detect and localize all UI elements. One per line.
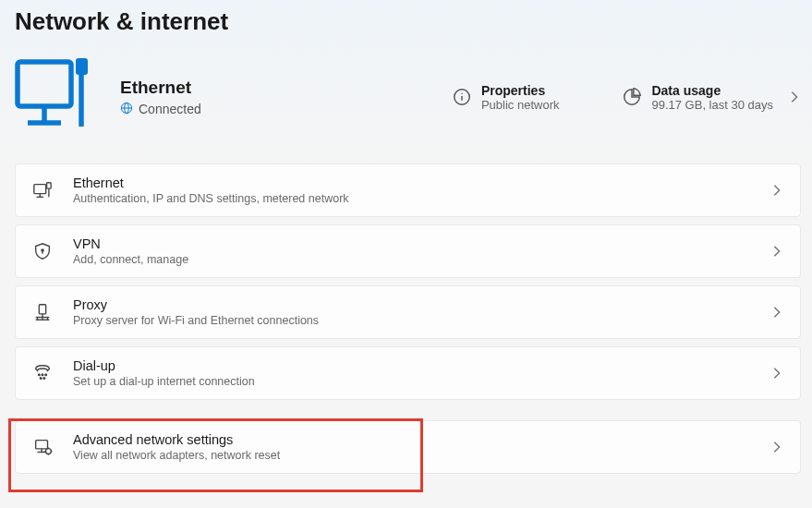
globe-icon — [120, 102, 133, 117]
chevron-right-icon — [770, 306, 783, 319]
row-title: Advanced network settings — [73, 432, 750, 447]
svg-rect-30 — [36, 441, 48, 449]
svg-point-10 — [461, 93, 462, 94]
data-usage-sub: 99.17 GB, last 30 days — [651, 98, 773, 112]
dialup-icon — [32, 363, 53, 383]
svg-point-16 — [42, 249, 43, 251]
svg-rect-18 — [39, 305, 45, 314]
properties-sub: Public network — [481, 98, 560, 112]
pie-icon — [622, 87, 642, 107]
row-sub: Add, connect, manage — [73, 253, 750, 266]
page-title: Network & internet — [15, 7, 801, 36]
row-sub: View all network adapters, network reset — [73, 449, 750, 462]
properties-link[interactable]: Properties Public network — [452, 83, 560, 112]
svg-point-33 — [45, 449, 51, 454]
svg-rect-14 — [47, 183, 52, 188]
properties-label: Properties — [481, 83, 560, 98]
chevron-right-icon — [770, 184, 783, 197]
ethernet-icon — [32, 180, 53, 200]
chevron-right-icon — [770, 245, 783, 258]
row-proxy[interactable]: Proxy Proxy server for Wi-Fi and Etherne… — [15, 285, 801, 339]
connection-status: Connected — [139, 102, 201, 116]
row-ethernet[interactable]: Ethernet Authentication, IP and DNS sett… — [15, 163, 801, 217]
proxy-icon — [32, 302, 53, 322]
svg-point-29 — [43, 378, 45, 380]
row-sub: Authentication, IP and DNS settings, met… — [73, 192, 750, 205]
data-usage-link[interactable]: Data usage 99.17 GB, last 30 days — [622, 83, 801, 112]
ethernet-monitor-icon — [15, 56, 91, 138]
row-advanced-network[interactable]: Advanced network settings View all netwo… — [15, 420, 801, 474]
connection-hero: Ethernet Connected Properties Public net… — [15, 56, 801, 138]
svg-rect-0 — [18, 62, 71, 106]
row-vpn[interactable]: VPN Add, connect, manage — [15, 224, 801, 278]
connection-name: Ethernet — [120, 78, 286, 98]
svg-point-25 — [39, 374, 41, 376]
row-sub: Proxy server for Wi-Fi and Ethernet conn… — [73, 314, 750, 327]
row-sub: Set up a dial-up internet connection — [73, 375, 750, 388]
svg-rect-11 — [34, 185, 46, 194]
advanced-network-icon — [32, 437, 53, 457]
chevron-right-icon — [770, 441, 783, 454]
settings-list: Ethernet Authentication, IP and DNS sett… — [15, 163, 801, 474]
data-usage-label: Data usage — [651, 83, 773, 98]
svg-point-26 — [42, 374, 43, 376]
info-icon — [452, 87, 472, 107]
row-dialup[interactable]: Dial-up Set up a dial-up internet connec… — [15, 346, 801, 400]
row-title: Proxy — [73, 297, 750, 312]
shield-icon — [32, 241, 53, 261]
chevron-right-icon — [770, 367, 783, 380]
row-title: Dial-up — [73, 358, 750, 373]
svg-point-27 — [45, 374, 47, 376]
svg-point-28 — [40, 378, 42, 380]
row-title: VPN — [73, 236, 750, 251]
row-title: Ethernet — [73, 175, 750, 190]
chevron-right-icon — [788, 91, 801, 103]
svg-rect-3 — [76, 58, 88, 75]
